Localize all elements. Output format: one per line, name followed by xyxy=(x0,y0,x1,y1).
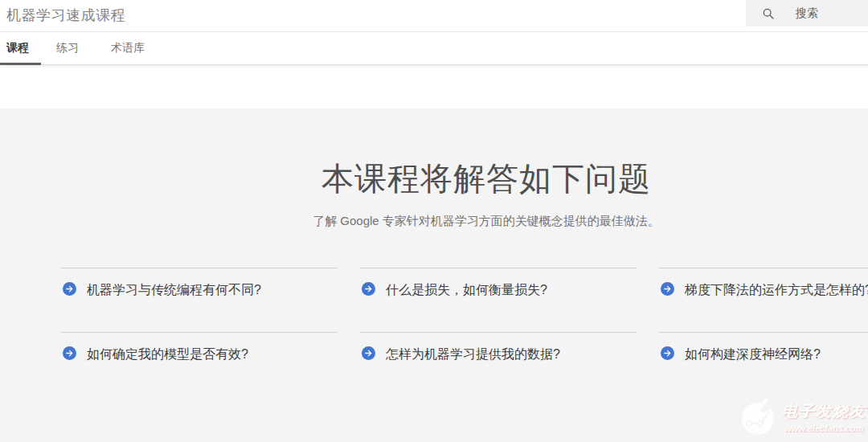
question-link[interactable]: 如何构建深度神经网络? xyxy=(658,332,868,377)
question-link[interactable]: 机器学习与传统编程有何不同? xyxy=(60,268,338,313)
tab-exercises-label: 练习 xyxy=(56,41,79,55)
search-icon xyxy=(762,7,775,20)
hero-subheading: 了解 Google 专家针对机器学习方面的关键概念提供的最佳做法。 xyxy=(60,214,868,229)
hero-block: 本课程将解答如下问题 了解 Google 专家针对机器学习方面的关键概念提供的最… xyxy=(60,108,868,229)
question-link[interactable]: 怎样为机器学习提供我的数据? xyxy=(359,332,637,377)
tab-course[interactable]: 课程 xyxy=(0,32,41,64)
search-label: 搜索 xyxy=(796,6,818,21)
arrow-forward-icon xyxy=(661,282,674,296)
question-link[interactable]: 梯度下降法的运作方式是怎样的? xyxy=(658,268,868,313)
arrow-forward-icon xyxy=(362,346,375,360)
elecfans-name: 电子发烧友 xyxy=(782,401,866,422)
tab-glossary[interactable]: 术语库 xyxy=(111,32,145,64)
arrow-forward-icon xyxy=(63,282,76,296)
elecfans-watermark: 电子发烧友 www.elecfans.com xyxy=(737,395,866,440)
question-text: 什么是损失，如何衡量损失? xyxy=(386,282,547,297)
questions-grid: 机器学习与传统编程有何不同? 什么是损失，如何衡量损失? 梯度下降法的运作方式是… xyxy=(60,268,868,377)
page-title[interactable]: 机器学习速成课程 xyxy=(6,6,125,25)
elecfans-text: 电子发烧友 www.elecfans.com xyxy=(782,401,866,433)
search-button[interactable]: 搜索 xyxy=(746,0,868,27)
tab-bar: 课程 练习 术语库 xyxy=(0,32,868,65)
question-text: 机器学习与传统编程有何不同? xyxy=(87,282,261,297)
arrow-forward-icon xyxy=(362,282,375,296)
question-text: 如何确定我的模型是否有效? xyxy=(87,346,248,362)
question-text: 怎样为机器学习提供我的数据? xyxy=(386,346,560,362)
arrow-forward-icon xyxy=(661,346,674,360)
elecfans-url: www.elecfans.com xyxy=(782,424,866,433)
tab-course-label: 课程 xyxy=(6,41,29,55)
hero-section: 本课程将解答如下问题 了解 Google 专家针对机器学习方面的关键概念提供的最… xyxy=(0,108,868,442)
tab-glossary-label: 术语库 xyxy=(111,41,145,55)
tab-exercises[interactable]: 练习 xyxy=(56,32,79,64)
question-link[interactable]: 如何确定我的模型是否有效? xyxy=(60,332,338,377)
arrow-forward-icon xyxy=(63,346,76,360)
app-header: 机器学习速成课程 搜索 xyxy=(0,0,868,32)
question-text: 如何构建深度神经网络? xyxy=(685,346,821,362)
question-link[interactable]: 什么是损失，如何衡量损失? xyxy=(359,268,637,313)
elecfans-logo-icon xyxy=(737,395,779,440)
hero-heading: 本课程将解答如下问题 xyxy=(60,108,868,201)
question-text: 梯度下降法的运作方式是怎样的? xyxy=(685,282,868,297)
